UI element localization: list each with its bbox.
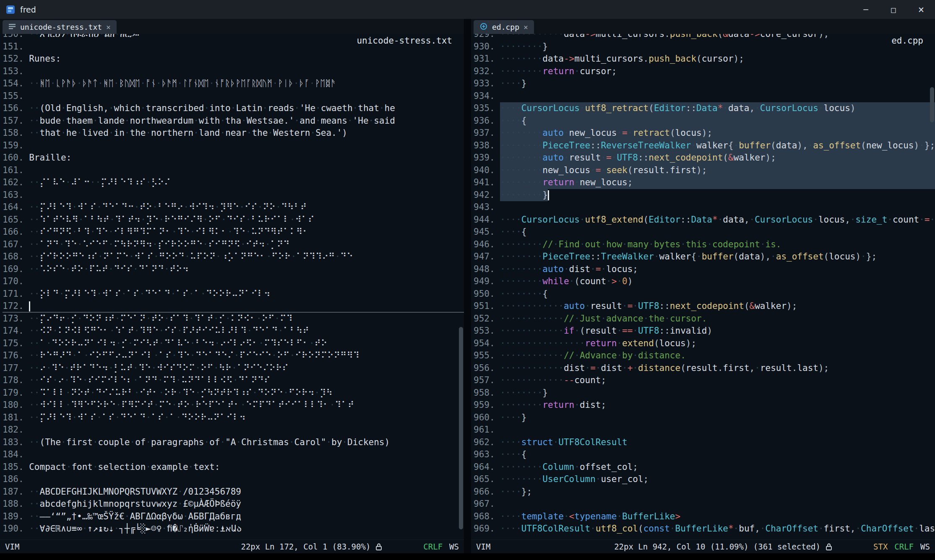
code-line[interactable]: 944.····CursorLocus·utf8_extend(Editor::… <box>474 214 935 226</box>
code-line[interactable]: 947.········PieceTree::TreeWalker·walker… <box>474 251 935 263</box>
code-line[interactable]: 188.··abcdefghijklmnopqrstuvwxyz·£©µÀÆÖÞ… <box>3 498 464 511</box>
code-line[interactable]: 159. <box>3 140 464 152</box>
code-line[interactable]: 158.··that·he·lived·in·the·northern·land… <box>3 127 464 140</box>
code-line[interactable]: 934. <box>474 90 935 103</box>
code-line[interactable]: 173.··⡍⠔⠙⠖·⡊·⠙⠕⠝⠰⠞·⠍⠑⠁⠝·⠞⠕·⠎⠁⠹·⠹⠁⠞·⡊·⠅⠝⠪… <box>3 313 464 325</box>
code-line[interactable]: 941.········return·new_locus; <box>474 176 935 189</box>
code-line[interactable]: 182. <box>3 424 464 436</box>
code-line[interactable]: 168.··⡎⠊⠗⠕⠕⠛⠑⠰⠎·⠝⠁⠍⠑·⠺⠁⠎·⠛⠕⠕⠙·⠥⠏⠕⠝·⠰⡡⠁⠝⠛… <box>3 251 464 263</box>
code-line[interactable]: 933.····} <box>474 78 935 90</box>
code-line[interactable]: 929.············data->multi_cursors.push… <box>474 34 935 41</box>
code-line[interactable]: 938.········PieceTree::ReverseTreeWalker… <box>474 140 935 152</box>
tab-close-icon[interactable]: × <box>523 23 528 31</box>
code-line[interactable]: 162.··⡌⠁⠧⠑·⠼⠁⠒··⡍⠜⠇⠑⠹⠰⠎·⡣⠕⠌ <box>3 176 464 189</box>
code-line[interactable]: 959.········return·dist; <box>474 399 935 412</box>
code-line[interactable]: 946.········//·Find·out·how·many·bytes·t… <box>474 239 935 251</box>
right-editor-pane: ed.cpp × 929.············data->multi_cur… <box>471 19 935 553</box>
code-line[interactable]: 165.··⠱⠁⠞⠑⠧⠻·⠁⠃⠳⠞·⠹⠁⠞⠲·⡹⠑·⠗⠑⠛⠊⠌⠻·⠕⠋·⠙⠊⠎·… <box>3 214 464 226</box>
close-button[interactable]: × <box>907 0 935 19</box>
line-number: 938. <box>474 140 495 152</box>
code-line[interactable]: 958.········} <box>474 387 935 399</box>
code-line[interactable]: 940.········new_locus·=·seek(result.firs… <box>474 164 935 177</box>
code-line[interactable]: 955.············//·Advance·by·distance. <box>474 350 935 362</box>
code-line[interactable]: 177.··⠔·⠹⠑·⠞⠗⠁⠙⠑⠲·⡃⠥⠞·⠹⠑·⠺⠊⠎⠙⠕⠍·⠕⠋·⠳⠗·⠁⠝… <box>3 362 464 375</box>
code-line[interactable]: 945.····{ <box>474 226 935 239</box>
code-line[interactable]: 954.················return·extend(locus)… <box>474 337 935 350</box>
code-line[interactable]: 156.··(Old·English,·which·transcribed·in… <box>3 102 464 115</box>
code-line[interactable]: 187.··ABCDEFGHIJKLMNOPQRSTUVWXYZ·/012345… <box>3 486 464 498</box>
tab-ed-cpp[interactable]: ed.cpp × <box>474 20 534 34</box>
code-line[interactable]: 942.········} <box>474 189 935 202</box>
code-line[interactable]: 950.········{ <box>474 288 935 301</box>
code-line[interactable]: 169.··⠡⠕⠎⠑·⠞⠕·⠏⠥⠞·⠙⠊⠎·⠙⠁⠝⠙·⠞⠕⠲ <box>3 263 464 276</box>
code-line[interactable]: 160.Braille: <box>3 152 464 164</box>
code-line[interactable]: 935.····CursorLocus·utf8_retract(Editor:… <box>474 102 935 115</box>
pane-divider[interactable] <box>464 19 471 553</box>
code-line[interactable]: 968.····template·<typename·BufferLike> <box>474 511 935 523</box>
code-line[interactable]: 931.········data->multi_cursors.push_bac… <box>474 53 935 65</box>
code-line[interactable]: 939.········auto·result·=·UTF8::next_cod… <box>474 152 935 164</box>
tab-close-icon[interactable]: × <box>106 23 111 31</box>
code-line[interactable]: 167.··⠁⠝⠙·⠹⠑·⠡⠊⠑⠋·⠍⠳⠗⠝⠻⠲·⡎⠊⠗⠕⠕⠛⠑·⠎⠊⠛⠝⠫·⠊… <box>3 239 464 251</box>
code-line[interactable]: 184. <box>3 449 464 461</box>
code-line[interactable]: 178.··⠊⠎·⠔·⠹⠑·⠎⠊⠍⠊⠇⠑⠆·⠁⠝⠙·⠍⠹·⠥⠝⠙⠁⠇⠇⠪⠫·⠙⠁… <box>3 374 464 387</box>
code-line[interactable]: 179.··⠩⠁⠇⠇·⠝⠕⠞·⠙⠊⠌⠥⠗⠃·⠊⠞⠂·⠕⠗·⠹⠑·⡊⠳⠝⠞⠗⠹⠰⠎… <box>3 387 464 399</box>
code-line[interactable]: 930.········} <box>474 41 935 53</box>
code-line[interactable]: 163. <box>3 189 464 202</box>
line-number: 171. <box>3 288 24 301</box>
code-line[interactable]: 180.··⠺⠊⠇⠇·⠹⠻⠑⠋⠕⠗⠑·⠏⠻⠍⠊⠞·⠍⠑·⠞⠕·⠗⠑⠏⠑⠁⠞⠂·⠑… <box>3 399 464 412</box>
code-line[interactable]: 965.········UserColumn·user_col; <box>474 473 935 486</box>
code-line[interactable]: 176.··⠗⠑⠛⠜⠙·⠁·⠊⠕⠋⠋⠔⠤⠝⠁⠊⠇·⠁⠎·⠹⠑·⠙⠑⠁⠙⠑⠌·⠏⠊… <box>3 350 464 362</box>
code-line[interactable]: 966.····}; <box>474 486 935 498</box>
right-scrollbar[interactable] <box>929 34 935 539</box>
left-editor-content[interactable]: 150.··እግርህን·በፍራሽህ·ልክ·ዘርጋ።151.152.Runes:1… <box>0 34 464 539</box>
code-line[interactable]: 961. <box>474 424 935 436</box>
code-line[interactable]: 951.············auto·result·=·UTF8::next… <box>474 300 935 313</box>
code-line[interactable]: 964.········Column·offset_col; <box>474 461 935 474</box>
code-line[interactable]: 967. <box>474 498 935 511</box>
code-line[interactable]: 963.····{ <box>474 449 935 461</box>
code-line[interactable]: 155. <box>3 90 464 103</box>
line-ending-flags: STXCRLFWS <box>873 542 930 551</box>
code-line[interactable]: 153. <box>3 65 464 78</box>
code-line[interactable]: 953.············if·(result·==·UTF8::inva… <box>474 325 935 337</box>
code-line[interactable]: 157.··bude·thaem·lande·northweardum·with… <box>3 115 464 127</box>
code-line[interactable]: 952.············//·Just·advance·the·curs… <box>474 313 935 325</box>
code-line[interactable]: 189.··–—‘“”„†•…‰™œŠŸž€·ΑΒΓΔΩαβγδω·АБВГДа… <box>3 511 464 523</box>
minimize-button[interactable]: ─ <box>852 0 880 19</box>
code-line[interactable]: 183.··(The·first·couple·of·paragraphs·of… <box>3 436 464 449</box>
scrollbar-thumb[interactable] <box>459 327 463 529</box>
code-line[interactable]: 174.··⠪⠝·⠅⠝⠪⠇⠫⠛⠑⠂·⠱⠁⠞·⠹⠻⠑·⠊⠎·⠏⠜⠞⠊⠊⠥⠇⠜⠇⠹·… <box>3 325 464 337</box>
code-line[interactable]: 949.········while·(count·>·0) <box>474 275 935 288</box>
maximize-button[interactable]: □ <box>880 0 907 19</box>
code-line[interactable]: 161. <box>3 164 464 177</box>
code-line[interactable]: 181.··⡍⠜⠇⠑⠹·⠺⠁⠎·⠁⠎·⠙⠑⠁⠙·⠁⠎·⠁·⠙⠕⠕⠗⠤⠝⠁⠊⠇⠲ <box>3 412 464 424</box>
line-number: 178. <box>3 374 24 387</box>
code-line[interactable]: 170. <box>3 275 464 288</box>
code-line[interactable]: 164.··⡍⠜⠇⠑⠹·⠺⠁⠎·⠙⠑⠁⠙⠒·⠞⠕·⠃⠑⠛⠔·⠺⠊⠹⠲·⡹⠻⠑·⠊… <box>3 201 464 214</box>
code-line[interactable]: 185.Compact·font·selection·example·text: <box>3 461 464 474</box>
code-line[interactable]: 186. <box>3 473 464 486</box>
scrollbar-thumb[interactable] <box>930 87 934 122</box>
line-number: 153. <box>3 65 24 78</box>
code-line[interactable]: 190.··∀∂∈ℝ∧∪≡∞·↑↗↨↻⇣·┐┼╔╘░►☺♀·ﬁ�⑀₂ἠḂӥẄɐː… <box>3 523 464 535</box>
right-editor-content[interactable]: 929.············data->multi_cursors.push… <box>471 34 935 539</box>
code-line[interactable]: 948.········auto·dist·=·locus; <box>474 263 935 276</box>
code-line[interactable]: 937.········auto·new_locus·=·retract(loc… <box>474 127 935 140</box>
code-line[interactable]: 171.··⡕⠇⠙·⡍⠜⠇⠑⠹·⠺⠁⠎·⠁⠎·⠙⠑⠁⠙·⠁⠎·⠁·⠙⠕⠕⠗⠤⠝⠁… <box>3 288 464 301</box>
code-line[interactable]: 936.····{ <box>474 115 935 127</box>
code-line[interactable]: 932.········return·cursor; <box>474 65 935 78</box>
code-line[interactable]: 154.··ᚻᛖ·ᚳᚹᚫᚦ·ᚦᚫᛏ·ᚻᛖ·ᛒᚢᛞᛖ·ᚩᚾ·ᚦᚫᛗ·ᛚᚪᚾᛞᛖ·ᚾ… <box>3 78 464 90</box>
code-line[interactable]: 166.··⠎⠊⠛⠝⠫·⠃⠹·⠹⠑·⠊⠇⠻⠛⠹⠍⠁⠝⠂·⠹⠑·⠊⠇⠻⠅⠂·⠹⠑·… <box>3 226 464 239</box>
code-line[interactable]: 969.····UTF8ColResult·utf8_col(const·Buf… <box>474 523 935 535</box>
code-line[interactable]: 172. <box>3 300 464 313</box>
code-line[interactable]: 152.Runes: <box>3 53 464 65</box>
tab-unicode-stress-txt[interactable]: unicode-stress.txt × <box>3 20 117 34</box>
code-line[interactable]: 962.····struct·UTF8ColResult <box>474 436 935 449</box>
code-line[interactable]: 175.··⠁·⠙⠕⠕⠗⠤⠝⠁⠊⠇⠲·⡊·⠍⠊⠣⠞·⠙⠁⠧⠑·⠃⠑⠲·⠔⠊⠇⠔⠫… <box>3 337 464 350</box>
code-line[interactable]: 956.············dist·=·dist·+·distance(r… <box>474 362 935 375</box>
left-scrollbar[interactable] <box>458 34 464 539</box>
code-line[interactable]: 960.····} <box>474 412 935 424</box>
code-line[interactable]: 943. <box>474 201 935 214</box>
code-line[interactable]: 957.············--count; <box>474 374 935 387</box>
